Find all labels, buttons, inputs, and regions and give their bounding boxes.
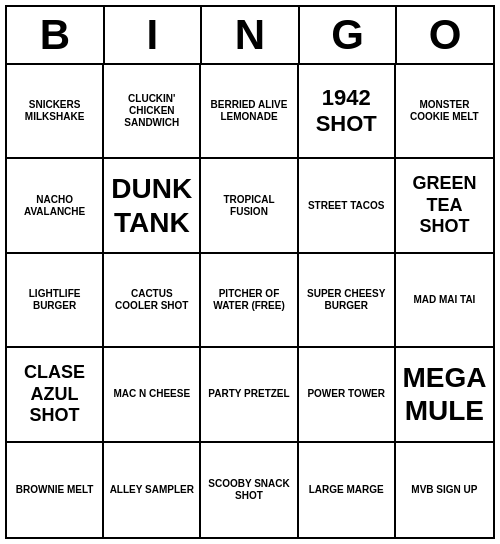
bingo-cell-1: CLUCKIN' CHICKEN SANDWICH: [104, 65, 201, 159]
bingo-cell-15: CLASE AZUL SHOT: [7, 348, 104, 442]
bingo-cell-9: GREEN TEA SHOT: [396, 159, 493, 253]
header-letter: G: [300, 7, 398, 63]
bingo-cell-6: DUNK TANK: [104, 159, 201, 253]
header-letter: O: [397, 7, 493, 63]
bingo-cell-16: MAC N CHEESE: [104, 348, 201, 442]
header-letter: I: [105, 7, 203, 63]
bingo-grid: SNICKERS MILKSHAKECLUCKIN' CHICKEN SANDW…: [7, 65, 493, 537]
bingo-cell-8: STREET TACOS: [299, 159, 396, 253]
bingo-cell-19: MEGA MULE: [396, 348, 493, 442]
bingo-cell-17: PARTY PRETZEL: [201, 348, 298, 442]
bingo-cell-20: BROWNIE MELT: [7, 443, 104, 537]
header-letter: N: [202, 7, 300, 63]
bingo-cell-2: BERRIED ALIVE LEMONADE: [201, 65, 298, 159]
bingo-cell-4: MONSTER COOKIE MELT: [396, 65, 493, 159]
bingo-cell-11: CACTUS COOLER SHOT: [104, 254, 201, 348]
bingo-cell-18: POWER TOWER: [299, 348, 396, 442]
bingo-cell-5: NACHO AVALANCHE: [7, 159, 104, 253]
bingo-cell-7: TROPICAL FUSION: [201, 159, 298, 253]
bingo-cell-13: SUPER CHEESY BURGER: [299, 254, 396, 348]
bingo-card: BINGO SNICKERS MILKSHAKECLUCKIN' CHICKEN…: [5, 5, 495, 539]
bingo-cell-21: ALLEY SAMPLER: [104, 443, 201, 537]
bingo-cell-10: LIGHTLIFE BURGER: [7, 254, 104, 348]
bingo-cell-22: SCOOBY SNACK SHOT: [201, 443, 298, 537]
bingo-cell-12: PITCHER OF WATER (FREE): [201, 254, 298, 348]
bingo-header: BINGO: [7, 7, 493, 65]
bingo-cell-0: SNICKERS MILKSHAKE: [7, 65, 104, 159]
bingo-cell-23: LARGE MARGE: [299, 443, 396, 537]
bingo-cell-24: MVB SIGN UP: [396, 443, 493, 537]
bingo-cell-3: 1942 SHOT: [299, 65, 396, 159]
bingo-cell-14: MAD MAI TAI: [396, 254, 493, 348]
header-letter: B: [7, 7, 105, 63]
